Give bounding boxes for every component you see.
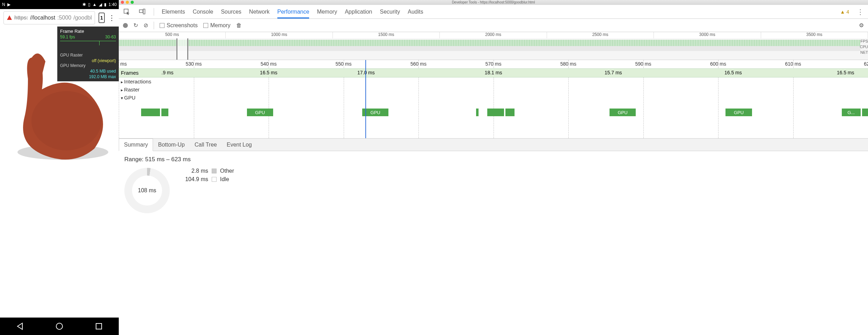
gpu-block[interactable] <box>476 109 478 116</box>
dtab-calltree[interactable]: Call Tree <box>190 139 222 151</box>
devtools-window: Developer Tools - https://localhost:5000… <box>119 0 868 335</box>
browser-address-bar: https://localhost:5000/goodbl 1 ⋮ <box>0 9 119 27</box>
interactions-row[interactable]: Interactions <box>119 77 161 85</box>
tab-security[interactable]: Security <box>380 9 400 15</box>
detail-tabs: Summary Bottom-Up Call Tree Event Log <box>119 139 868 151</box>
legend-row: 104.9 msIdle <box>180 176 234 183</box>
gpu-block[interactable]: G... <box>842 109 861 116</box>
clear-button[interactable]: ⊘ <box>144 22 148 29</box>
signal-icon: ◢ <box>99 2 102 7</box>
page-viewport[interactable]: Frame Rate 59.1 fps30-63 GPU Raster off … <box>0 27 119 318</box>
vibrate-icon: ▯ <box>88 2 90 7</box>
cpu-band <box>119 46 860 51</box>
url-input[interactable]: https://localhost:5000/goodbl <box>3 11 95 24</box>
fps-overlay: Frame Rate 59.1 fps30-63 GPU Raster off … <box>57 27 119 81</box>
gpu-block[interactable] <box>161 109 168 116</box>
playhead-marker[interactable] <box>365 60 366 138</box>
legend-row: 2.8 msOther <box>180 168 234 174</box>
play-icon: ▶ <box>7 2 10 7</box>
clock: 1:40 <box>109 2 117 7</box>
dtab-bottomup[interactable]: Bottom-Up <box>153 139 189 151</box>
tab-audits[interactable]: Audits <box>408 9 423 15</box>
close-dot[interactable] <box>121 1 124 4</box>
tab-elements[interactable]: Elements <box>162 9 185 15</box>
fps-band <box>119 40 860 46</box>
device-toggle-icon[interactable] <box>138 9 146 15</box>
gpu-block[interactable]: GPU <box>247 109 273 116</box>
raster-row[interactable]: Raster <box>119 85 161 94</box>
record-button[interactable] <box>123 23 128 28</box>
gpu-block[interactable]: GPU <box>610 109 636 116</box>
devtools-tabs: Elements Console Sources Network Perform… <box>119 5 868 19</box>
tab-console[interactable]: Console <box>193 9 213 15</box>
svg-rect-3 <box>96 323 102 329</box>
wifi-icon: ▲ <box>93 2 97 7</box>
gpu-block[interactable] <box>141 109 160 116</box>
home-icon[interactable] <box>56 322 63 330</box>
devtools-titlebar: Developer Tools - https://localhost:5000… <box>119 0 868 5</box>
gpu-block[interactable] <box>487 109 504 116</box>
min-dot[interactable] <box>126 1 129 4</box>
tab-sources[interactable]: Sources <box>221 9 241 15</box>
flame-chart[interactable]: 520 ms530 ms540 ms550 ms560 ms570 ms580 … <box>119 60 868 139</box>
overview-timeline[interactable]: 500 ms 1000 ms 1500 ms 2000 ms 2500 ms 3… <box>119 32 868 60</box>
summary-panel: Range: 515 ms – 623 ms 108 ms 2.8 msOthe… <box>119 151 868 218</box>
tab-memory[interactable]: Memory <box>317 9 337 15</box>
n-icon: N <box>2 2 5 7</box>
summary-donut: 108 ms <box>124 168 170 213</box>
tabs-button[interactable]: 1 <box>99 13 105 23</box>
dtab-summary[interactable]: Summary <box>119 139 153 151</box>
gpu-block[interactable]: GPU <box>725 109 752 116</box>
battery-icon: ▮ <box>104 2 107 7</box>
android-nav-bar <box>0 318 119 335</box>
screenshots-checkbox[interactable]: Screenshots <box>160 22 198 29</box>
overlay-title: Frame Rate <box>60 29 116 34</box>
reload-button[interactable]: ↻ <box>133 22 138 29</box>
dtab-eventlog[interactable]: Event Log <box>222 139 257 151</box>
tab-network[interactable]: Network <box>249 9 270 15</box>
bluetooth-icon: ✱ <box>82 2 86 7</box>
gpu-block[interactable] <box>862 109 868 116</box>
more-icon[interactable]: ⋮ <box>857 8 864 16</box>
warnings-badge[interactable]: ▲4 <box>840 9 849 15</box>
svg-rect-6 <box>143 9 145 14</box>
gpu-block[interactable]: GPU <box>362 109 388 116</box>
gpu-block[interactable] <box>505 109 515 116</box>
android-device: N ▶ ✱ ▯ ▲ ◢ ▮ 1:40 https://localhost:500… <box>0 0 119 335</box>
svg-point-1 <box>31 91 101 150</box>
max-dot[interactable] <box>131 1 134 4</box>
inspect-icon[interactable] <box>123 9 131 15</box>
recents-icon[interactable] <box>95 322 103 330</box>
fps-sparkline <box>60 41 116 51</box>
menu-button[interactable]: ⋮ <box>108 14 115 22</box>
tab-application[interactable]: Application <box>345 9 372 15</box>
svg-point-2 <box>56 323 63 329</box>
svg-rect-5 <box>139 10 143 13</box>
insecure-icon <box>7 15 12 21</box>
tab-performance[interactable]: Performance <box>277 9 309 15</box>
android-status-bar: N ▶ ✱ ▯ ▲ ◢ ▮ 1:40 <box>0 0 119 9</box>
settings-gear-icon[interactable]: ⚙ <box>859 22 864 29</box>
back-icon[interactable] <box>16 322 24 330</box>
overview-selection[interactable] <box>176 38 188 60</box>
range-text: Range: 515 ms – 623 ms <box>124 156 862 163</box>
memory-checkbox[interactable]: Memory <box>203 22 231 29</box>
perf-toolbar: ↻ ⊘ Screenshots Memory 🗑 ⚙ <box>119 19 868 32</box>
trash-icon[interactable]: 🗑 <box>236 22 242 29</box>
